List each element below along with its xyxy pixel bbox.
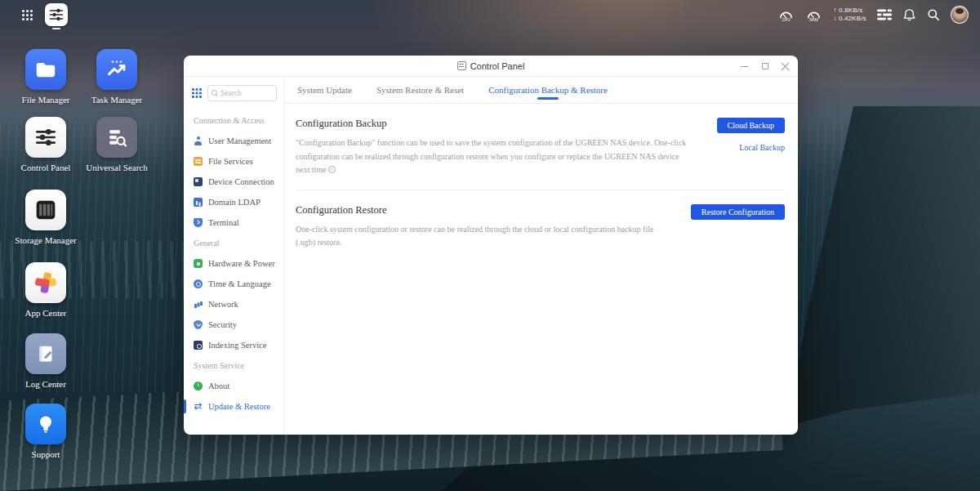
desktop-icon-log-center[interactable]: Log Center — [20, 333, 71, 389]
window-content: System Update System Restore & Reset Con… — [284, 77, 798, 435]
cpu-gauge-icon[interactable]: CPU — [777, 8, 795, 22]
cloud-backup-button[interactable]: Cloud Backup — [717, 118, 786, 133]
storage-manager-icon — [25, 190, 66, 230]
taskbar-active-indicator — [52, 28, 60, 29]
sidebar-item-network[interactable]: Network — [184, 294, 283, 315]
sidebar-section-system-service: System Service — [184, 355, 283, 376]
desktop-icon-label: Storage Manager — [15, 235, 76, 245]
network-icon — [194, 300, 203, 309]
terminal-icon — [194, 218, 203, 227]
desktop-wallpaper: CPU RAM ↑ 0.8KB/s ↓ 0.42KB/s — [0, 0, 980, 491]
sidebar-item-file-services[interactable]: File Services — [184, 151, 283, 172]
configuration-restore-section: Configuration Restore One-click system c… — [296, 190, 785, 262]
upload-speed: ↑ 0.8KB/s — [833, 7, 866, 15]
desktop-icon-label: Support — [32, 449, 60, 459]
desktop-icon-universal-search[interactable]: Universal Search — [91, 117, 142, 172]
time-icon — [194, 279, 203, 288]
sidebar-grid-icon[interactable] — [192, 88, 202, 98]
configuration-backup-title: Configuration Backup — [296, 118, 696, 130]
hardware-icon — [194, 259, 203, 268]
sidebar-item-indexing-service[interactable]: Indexing Service — [184, 335, 283, 355]
sidebar-item-about[interactable]: About — [184, 376, 283, 396]
desktop-icon-label: Control Panel — [21, 163, 71, 172]
control-panel-icon — [25, 117, 66, 158]
ram-gauge-icon[interactable]: RAM — [805, 8, 822, 22]
window-title-icon — [457, 61, 466, 70]
search-icon[interactable] — [927, 8, 940, 21]
sidebar-item-update-restore[interactable]: ⇄Update & Restore — [184, 396, 283, 417]
security-icon — [194, 320, 203, 329]
device-icon — [194, 177, 203, 186]
log-center-icon — [25, 333, 66, 374]
tab-bar: System Update System Restore & Reset Con… — [284, 77, 798, 104]
sidebar-section-general: General — [184, 233, 283, 253]
tab-system-update[interactable]: System Update — [297, 77, 352, 103]
indexing-icon — [194, 341, 203, 350]
desktop-icon-label: App Center — [24, 308, 66, 318]
tab-configuration-backup-restore[interactable]: Configuration Backup & Restore — [488, 77, 608, 103]
configuration-backup-section: Configuration Backup "Configuration Back… — [296, 104, 785, 190]
desktop-icon-label: File Manager — [22, 95, 70, 105]
sidebar-search-input[interactable] — [220, 89, 273, 97]
task-manager-icon — [96, 49, 137, 90]
tab-system-restore-reset[interactable]: System Restore & Reset — [376, 77, 464, 103]
window-title: Control Panel — [470, 61, 525, 71]
configuration-restore-title: Configuration Restore — [296, 204, 670, 216]
desktop-icon-label: Log Center — [25, 379, 66, 389]
download-speed: ↓ 0.42KB/s — [833, 15, 866, 23]
ram-label: RAM — [809, 18, 818, 22]
desktop-icon-label: Task Manager — [91, 95, 142, 105]
desktop-icon-file-manager[interactable]: File Manager — [20, 49, 71, 105]
desktop-icon-app-center[interactable]: App Center — [20, 262, 71, 318]
close-icon[interactable] — [781, 62, 790, 71]
sidebar-item-device-connection[interactable]: Device Connection — [184, 172, 283, 192]
file-manager-icon — [25, 49, 66, 90]
desktop-icon-task-manager[interactable]: Task Manager — [91, 49, 142, 105]
info-icon[interactable] — [328, 166, 336, 173]
app-launcher-icon[interactable] — [22, 10, 33, 20]
sliders-icon — [48, 7, 65, 23]
sidebar-item-time-language[interactable]: Time & Language — [184, 274, 283, 294]
desktop-icon-label: Universal Search — [86, 163, 147, 172]
desktop-icon-control-panel[interactable]: Control Panel — [20, 117, 71, 172]
window-sidebar: Connection & Access User Management File… — [184, 77, 284, 435]
about-icon — [194, 382, 203, 391]
user-icon — [194, 136, 203, 145]
sidebar-item-security[interactable]: Security — [184, 315, 283, 335]
support-icon — [25, 404, 66, 444]
ldap-icon — [194, 198, 203, 207]
restore-configuration-button[interactable]: Restore Configuration — [691, 204, 785, 220]
minimize-icon[interactable] — [740, 62, 749, 71]
taskbar-control-panel-icon[interactable] — [45, 3, 68, 26]
widgets-icon[interactable] — [877, 9, 892, 20]
configuration-backup-description: "Configuration Backup" function can be u… — [296, 136, 688, 177]
desktop-icon-support[interactable]: Support — [20, 404, 71, 459]
desktop-icon-storage-manager[interactable]: Storage Manager — [20, 190, 71, 245]
sidebar-search-box[interactable] — [207, 85, 277, 101]
topbar: CPU RAM ↑ 0.8KB/s ↓ 0.42KB/s — [0, 0, 980, 29]
configuration-restore-description: One-click system configuration or restor… — [296, 223, 670, 250]
user-avatar[interactable] — [951, 6, 969, 24]
network-speed-indicator[interactable]: ↑ 0.8KB/s ↓ 0.42KB/s — [833, 7, 866, 23]
maximize-icon[interactable] — [760, 62, 769, 71]
notifications-bell-icon[interactable] — [902, 8, 916, 22]
update-restore-icon: ⇄ — [194, 402, 203, 411]
files-icon — [194, 157, 203, 166]
sidebar-item-terminal[interactable]: Terminal — [184, 212, 283, 233]
app-center-icon — [25, 262, 66, 303]
window-titlebar[interactable]: Control Panel — [184, 56, 798, 77]
search-magnifier-icon — [212, 90, 218, 96]
local-backup-link[interactable]: Local Backup — [739, 143, 785, 152]
control-panel-window: Control Panel Connection & Acce — [184, 56, 798, 435]
sidebar-item-hardware-power[interactable]: Hardware & Power — [184, 253, 283, 274]
universal-search-icon — [96, 117, 137, 158]
sidebar-section-connection-access: Connection & Access — [184, 110, 283, 131]
sidebar-item-domain-ldap[interactable]: Domain LDAP — [184, 192, 283, 212]
sidebar-item-user-management[interactable]: User Management — [184, 131, 283, 151]
cpu-label: CPU — [782, 18, 791, 22]
